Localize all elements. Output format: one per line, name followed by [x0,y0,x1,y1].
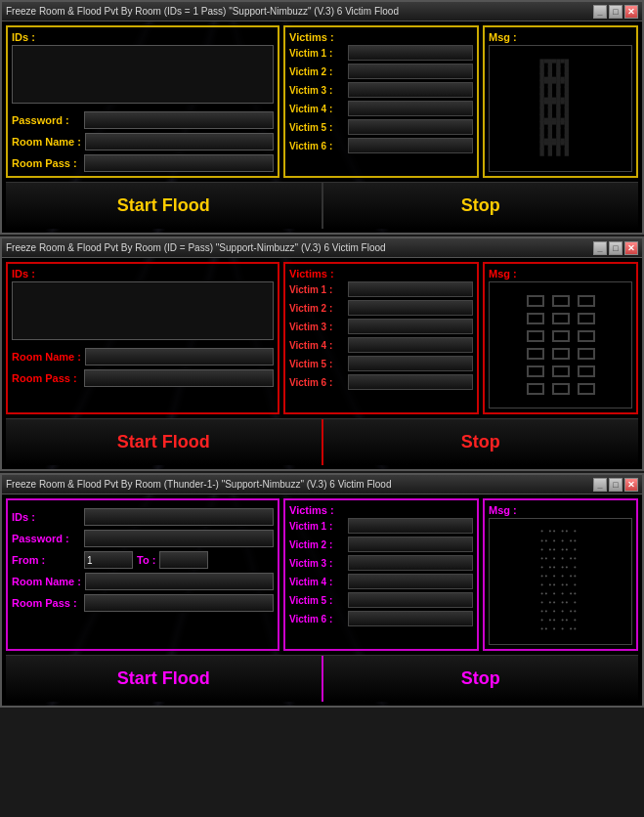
room-name-label-1: Room Name : [12,136,81,148]
start-flood-btn-3[interactable]: Start Flood [6,656,322,702]
victim-6-label-1: Victim 6 : [289,141,346,151]
victim-4-label-1: Victim 4 : [289,104,346,114]
maximize-btn-1[interactable]: □ [609,5,623,19]
right-panel-2: Msg : [483,262,638,414]
victim-6-label-2: Victim 6 : [289,377,346,388]
password-row-3: Password : [12,530,274,547]
titlebar-buttons-1: _ □ ✕ [593,5,638,19]
ladder-cell [527,366,544,377]
ids-input-3[interactable] [84,508,274,526]
close-btn-1[interactable]: ✕ [624,5,638,19]
middle-panel-3: Victims : Victim 1 : Victim 2 : Victim 3… [283,498,479,651]
victim-1-input-2[interactable] [348,281,473,297]
ids-label-1: IDs : [12,31,274,43]
victim-row-1-3: Victim 3 : [289,82,473,98]
start-flood-btn-1[interactable]: Start Flood [6,183,322,229]
victim-3-label-3: Victim 3 : [289,558,346,569]
room-name-label-3: Room Name : [12,576,81,587]
stop-btn-2[interactable]: Stop [323,419,639,465]
victim-row-2-6: Victim 6 : [289,374,473,390]
room-name-input-3[interactable] [85,573,274,590]
password-input-1[interactable] [84,111,274,129]
left-panel-3: IDs : Password : From : To : Room Name : [6,498,279,651]
window-1-content: IDs : Password : Room Name : Room Pass :… [2,22,642,233]
victim-3-input-3[interactable] [348,555,473,571]
from-to-row-3: From : To : [12,551,274,569]
victim-3-input-2[interactable] [348,319,473,334]
victim-2-input-2[interactable] [348,300,473,316]
start-flood-btn-2[interactable]: Start Flood [6,419,322,465]
room-name-input-2[interactable] [85,348,274,366]
room-pass-input-1[interactable] [84,154,274,172]
left-panel-1: IDs : Password : Room Name : Room Pass : [6,25,279,178]
ids-row-3: IDs : [12,508,274,526]
victim-5-input-3[interactable] [348,592,473,608]
window-2-content: IDs : Room Name : Room Pass : Victims : … [2,258,642,469]
room-pass-row-3: Room Pass : [12,594,274,612]
victim-6-input-3[interactable] [348,611,473,626]
victim-5-input-2[interactable] [348,356,473,371]
from-input-3[interactable] [84,551,133,569]
victim-row-3-4: Victim 4 : [289,574,473,589]
titlebar-title-1: Freeze Room & Flood Pvt By Room (IDs = 1… [6,6,399,17]
ids-input-2[interactable] [12,281,274,340]
minimize-btn-1[interactable]: _ [593,5,607,19]
ladder-row-3 [527,330,595,342]
victim-2-label-2: Victim 2 : [289,303,346,314]
victim-row-2-5: Victim 5 : [289,356,473,371]
ladder-cell [552,366,570,377]
titlebar-title-2: Freeze Room & Flood Pvt By Room (ID = Pa… [6,242,386,253]
victim-1-input-1[interactable] [348,45,473,61]
victim-4-input-1[interactable] [348,101,473,116]
victim-4-label-3: Victim 4 : [289,577,346,587]
stop-btn-3[interactable]: Stop [323,656,639,702]
victim-4-input-2[interactable] [348,337,473,353]
msg-display-3: • •• •• • •• • • •• • •• •• • •• • • •• … [489,518,632,645]
msg-display-1: █▀█▀█▀█ █ █ █ █ █▄█▄█▄█ █▀█▀█▀█ █ █ █ █ … [489,45,632,172]
msg-label-2: Msg : [489,268,632,280]
ids-input-1[interactable] [12,45,274,104]
close-btn-3[interactable]: ✕ [624,478,638,492]
victim-3-label-2: Victim 3 : [289,322,346,332]
maximize-btn-3[interactable]: □ [609,478,623,492]
ladder-cell [578,313,595,324]
victim-row-1-2: Victim 2 : [289,64,473,79]
ladder-cell [552,383,570,395]
victim-row-3-6: Victim 6 : [289,611,473,626]
close-btn-2[interactable]: ✕ [624,241,638,255]
room-pass-input-2[interactable] [84,369,274,387]
window-1-main: IDs : Password : Room Name : Room Pass :… [6,25,638,178]
victim-2-input-1[interactable] [348,64,473,79]
victim-5-input-1[interactable] [348,119,473,135]
victim-4-input-3[interactable] [348,574,473,589]
stop-btn-1[interactable]: Stop [323,183,639,229]
ladder-cell [552,348,570,360]
victim-2-input-3[interactable] [348,537,473,552]
room-pass-row-2: Room Pass : [12,369,274,387]
titlebar-buttons-2: _ □ ✕ [593,241,638,255]
victims-label-1: Victims : [289,31,473,43]
ladder-row-2 [527,313,595,324]
titlebar-1: Freeze Room & Flood Pvt By Room (IDs = 1… [2,2,642,22]
room-name-row-3: Room Name : [12,573,274,590]
victim-row-1-6: Victim 6 : [289,138,473,153]
room-pass-input-3[interactable] [84,594,274,612]
from-label-3: From : [12,554,80,566]
ladder-cell [578,366,595,377]
to-input-3[interactable] [159,551,208,569]
victim-1-input-3[interactable] [348,518,473,534]
titlebar-2: Freeze Room & Flood Pvt By Room (ID = Pa… [2,238,642,258]
victim-row-1-1: Victim 1 : [289,45,473,61]
minimize-btn-3[interactable]: _ [593,478,607,492]
room-name-input-1[interactable] [85,133,274,150]
password-input-3[interactable] [84,530,274,547]
victim-6-input-1[interactable] [348,138,473,153]
right-panel-3: Msg : • •• •• • •• • • •• • •• •• • •• •… [483,498,638,651]
victim-3-input-1[interactable] [348,82,473,98]
victim-row-1-5: Victim 5 : [289,119,473,135]
victim-6-input-2[interactable] [348,374,473,390]
victim-row-2-4: Victim 4 : [289,337,473,353]
maximize-btn-2[interactable]: □ [609,241,623,255]
victim-6-label-3: Victim 6 : [289,614,346,624]
minimize-btn-2[interactable]: _ [593,241,607,255]
